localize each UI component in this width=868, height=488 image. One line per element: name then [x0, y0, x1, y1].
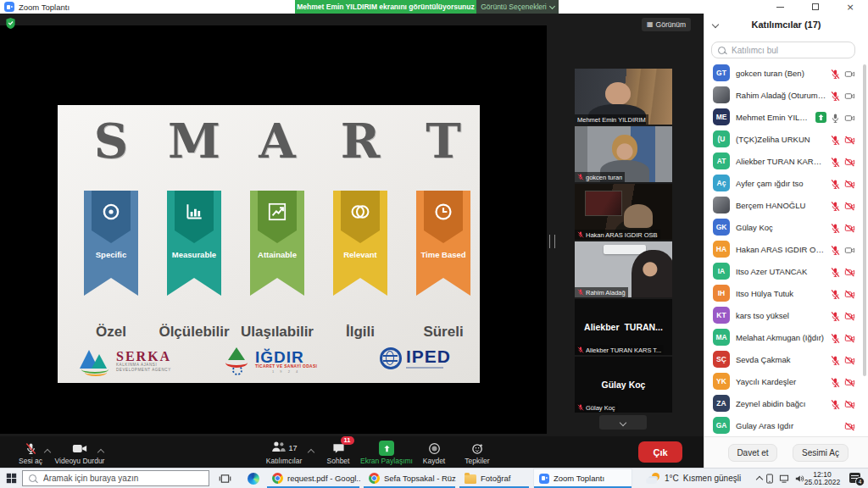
participant-search[interactable]	[711, 42, 855, 58]
participant-row[interactable]: Rahim Aladağ (Oturum Sahibi)	[706, 84, 860, 106]
mic-muted-icon	[830, 200, 841, 211]
avatar: IA	[713, 263, 730, 280]
shield-check-icon[interactable]	[5, 17, 16, 30]
participants-count: 17	[288, 444, 297, 452]
view-button[interactable]: ▦ Görünüm	[642, 18, 691, 31]
taskbar-app-label: Sefa Topsakal - Rüz...	[384, 474, 456, 483]
taskbar-app-chrome-1[interactable]: request.pdf - Googl...	[266, 469, 360, 488]
task-view-button[interactable]	[214, 469, 236, 488]
participant-row[interactable]: ZAZeynel abidin bağcı	[706, 392, 860, 414]
participant-row[interactable]: GAGulay Aras Igdır	[706, 414, 860, 436]
participant-row[interactable]: IHItso Hülya Tutuk	[706, 282, 860, 304]
participants-button[interactable]: 17 Katılımcılar	[254, 439, 314, 465]
participant-row[interactable]: KTkars tso yüksel	[706, 304, 860, 326]
taskbar-clock[interactable]: 12:10 25.01.2022	[802, 471, 843, 487]
participant-status-icons	[830, 200, 855, 211]
invite-button[interactable]: Davet et	[728, 444, 777, 462]
taskbar-weather[interactable]: 1°C Kısmen güneşli	[646, 469, 741, 488]
avatar: (U	[713, 130, 730, 147]
video-tile[interactable]: Mehmet Emin YILDIRIM	[575, 69, 672, 125]
taskbar-search[interactable]	[22, 470, 209, 486]
smart-letter: M	[153, 105, 236, 176]
system-tray	[765, 469, 804, 488]
share-screen-button[interactable]: Ekran Paylaşımı	[351, 439, 422, 465]
participant-status-icons	[815, 112, 855, 123]
ribbon-label: Time Based	[416, 250, 470, 259]
mic-muted-icon	[577, 174, 584, 180]
participants-title: Katılımcılar (17)	[704, 19, 868, 30]
view-options-button[interactable]: Görüntü Seçenekleri	[476, 0, 559, 14]
windows-taskbar: request.pdf - Googl... Sefa Topsakal - R…	[0, 468, 868, 488]
reactions-button[interactable]: Tepkiler	[456, 439, 498, 465]
minimize-button[interactable]	[776, 7, 784, 8]
search-input[interactable]	[730, 45, 849, 56]
participant-row[interactable]: IAItso Azer UTANCAK	[706, 260, 860, 282]
video-tile[interactable]: Gülay KoçGülay Koç	[575, 357, 672, 413]
maximize-button[interactable]	[812, 3, 819, 10]
notification-icon[interactable]: 4	[849, 473, 860, 483]
search-icon	[718, 47, 726, 54]
slide-subtitle: Ulaşılabilir	[236, 324, 319, 341]
video-strip: Mehmet Emin YILDIRIMgokcen turanHakan AR…	[575, 69, 672, 414]
tray-phone-icon[interactable]	[765, 474, 774, 484]
participant-row[interactable]: MAMelahat Akmugan (Iğdır)	[706, 326, 860, 348]
taskbar-app-chrome-2[interactable]: Sefa Topsakal - Rüz...	[363, 469, 456, 488]
record-button[interactable]: Kaydet	[414, 439, 454, 465]
taskbar-search-input[interactable]	[42, 473, 203, 484]
participant-row[interactable]: Berçem HANOĞLU	[706, 194, 860, 216]
leave-button[interactable]: Çık	[638, 441, 682, 463]
taskbar-app-label: Zoom Toplantı	[554, 474, 604, 483]
mic-muted-icon	[830, 376, 841, 387]
igdir-logo: IĞDIR TİCARET VE SANAYİ ODASI 1 9 2 4	[224, 347, 317, 376]
resize-grip-handle[interactable]	[549, 235, 555, 248]
participant-row[interactable]: GTgokcen turan (Ben)	[706, 62, 860, 84]
video-tile[interactable]: Hakan ARAS IGDIR OSB	[575, 184, 672, 240]
mic-muted-icon	[830, 332, 841, 343]
participant-status-icons	[830, 288, 855, 299]
meeting-toolbar: Sesi aç Videoyu Durdur 17 Katılımcılar 1…	[0, 436, 704, 468]
participant-name: Melahat Akmugan (Iğdır)	[736, 333, 826, 342]
participants-label: Katılımcılar	[266, 458, 303, 465]
folder-icon	[465, 474, 476, 484]
video-name-label: gokcen turan	[575, 172, 625, 182]
avatar: ZA	[713, 395, 730, 412]
slide-subtitle: Ölçülebilir	[153, 324, 236, 341]
more-videos-button[interactable]	[599, 415, 647, 430]
participant-row[interactable]: ATAliekber TURAN KARS TSO	[706, 150, 860, 172]
chrome-icon	[369, 473, 380, 484]
camera-off-icon	[844, 266, 855, 277]
edge-browser-button[interactable]	[242, 469, 264, 488]
target-icon	[92, 197, 131, 227]
avatar	[713, 86, 730, 103]
mic-muted-icon	[577, 289, 584, 296]
taskbar-app-zoom[interactable]: Zoom Toplantı	[533, 469, 632, 488]
unmute-me-button[interactable]: Sesimi Aç	[793, 444, 849, 462]
zoom-window-titlebar: Zoom Toplantı Mehmet Emin YILDIRIM ekran…	[0, 0, 868, 14]
scrollbar-thumb[interactable]	[863, 64, 866, 376]
smart-letter: A	[236, 105, 319, 176]
avatar: YK	[713, 373, 730, 390]
participant-row[interactable]: MEMehmet Emin YILDIRIM	[706, 106, 860, 128]
video-tile[interactable]: gokcen turan	[575, 126, 672, 182]
participant-row[interactable]: (U(TÇK)Zeliha URKUN	[706, 128, 860, 150]
iped-logo: IPED	[380, 347, 451, 369]
video-tile[interactable]: Aliekber TURAN...Aliekber TURAN KARS T..…	[575, 299, 672, 355]
participants-panel: Katılımcılar (17) GTgokcen turan (Ben)Ra…	[704, 14, 868, 468]
camera-off-icon	[844, 376, 855, 387]
participant-row[interactable]: YKYaycılı Kardeşler	[706, 370, 860, 392]
tray-network-icon[interactable]	[779, 474, 789, 483]
participant-row[interactable]: GKGülay Koç	[706, 216, 860, 238]
zoom-logo-icon	[4, 2, 14, 12]
video-tile[interactable]: Rahim Aladağ	[575, 241, 672, 297]
camera-off-icon	[844, 354, 855, 365]
hidden-icons-chevron[interactable]	[756, 476, 763, 483]
camera-off-icon	[844, 200, 855, 211]
close-button[interactable]: ×	[846, 3, 854, 12]
participant-name: Ayfer çam ığdır tso	[736, 179, 826, 188]
igdir-logo-icon	[224, 347, 251, 376]
taskbar-app-photos[interactable]: Fotoğraf	[459, 469, 530, 488]
start-button[interactable]	[0, 469, 22, 488]
participant-row[interactable]: HAHakan ARAS IGDIR OSB	[706, 238, 860, 260]
participant-row[interactable]: SÇSevda Çakmak	[706, 348, 860, 370]
participant-row[interactable]: AçAyfer çam ığdır tso	[706, 172, 860, 194]
